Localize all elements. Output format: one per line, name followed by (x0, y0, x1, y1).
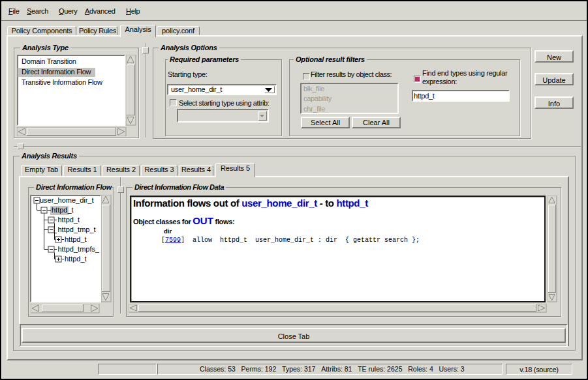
svg-text:httpd_t: httpd_t (52, 206, 74, 214)
svg-text:user_home_dir_t: user_home_dir_t (40, 196, 94, 204)
svg-text:httpd_t: httpd_t (65, 235, 87, 243)
svg-text:httpd_tmp_t: httpd_tmp_t (58, 226, 96, 233)
svg-text:httpd_t: httpd_t (65, 255, 87, 263)
svg-text:httpd_tmpfs_: httpd_tmpfs_ (58, 245, 100, 253)
svg-text:httpd_t: httpd_t (58, 216, 80, 224)
